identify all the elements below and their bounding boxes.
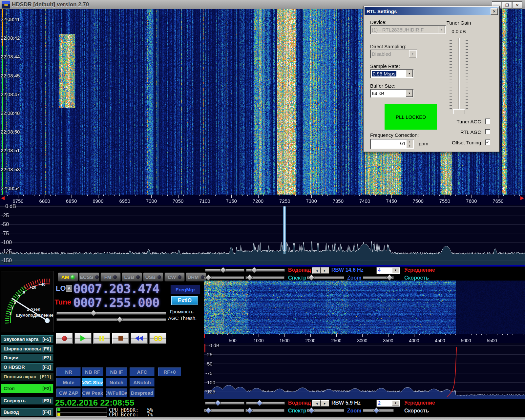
dsp-button-agc-slow[interactable]: AGC Slow <box>82 378 103 387</box>
s-meter-caption2: Шумоподавление <box>16 313 53 318</box>
play-button[interactable] <box>74 333 92 344</box>
lo-label: LO <box>56 284 66 293</box>
mode-button-cw[interactable]: CW <box>164 272 185 282</box>
dsp-button-cwfullbw[interactable]: CWFullBw <box>106 388 127 397</box>
dialog-close-icon[interactable]: ✕ <box>491 8 498 15</box>
spin-down-icon[interactable]: ▼ <box>406 144 413 148</box>
dsp-button-notch[interactable]: Notch <box>106 378 127 387</box>
mode-label: FM <box>104 274 112 280</box>
dropdown-arrow-icon[interactable]: ▼ <box>406 90 413 97</box>
lo-channel-tag[interactable]: A <box>66 285 72 292</box>
bottom-waterfall-contrast-track[interactable] <box>205 402 244 405</box>
ruler-right-arrow-icon[interactable] <box>520 196 524 200</box>
dropdown-arrow-icon[interactable]: ▼ <box>392 400 399 406</box>
mode-button-drm[interactable]: DRM <box>186 272 206 282</box>
agc-threshold-slider-track[interactable] <box>56 318 166 321</box>
menu-f7[interactable]: Опции[F7] <box>1 354 53 362</box>
volume-slider-thumb[interactable] <box>90 310 97 316</box>
aux-waterfall[interactable] <box>204 281 525 334</box>
bottom-waterfall-label: Водопад <box>288 400 311 406</box>
agc-threshold-slider-thumb[interactable] <box>116 316 123 323</box>
bottom-averaging-select[interactable]: 2▼ <box>376 400 400 407</box>
dialog-titlebar[interactable]: RTL Settings <box>365 7 498 15</box>
freqmgr-button[interactable]: FreqMgr <box>171 285 200 294</box>
bottom-waterfall-contrast-thumb[interactable] <box>215 400 221 406</box>
dsp-button-cw-peak[interactable]: CW Peak <box>82 388 103 397</box>
mode-label: LSB <box>124 274 134 280</box>
checkbox-offset-tuning[interactable]: ✓ <box>485 139 490 145</box>
menu-f1[interactable]: О HDSDR[F1] <box>1 363 53 371</box>
tune-frequency-display[interactable]: 0007.255.000 <box>73 295 159 310</box>
pause-button[interactable] <box>93 333 110 344</box>
dsp-button-nr[interactable]: NR <box>56 368 81 376</box>
mode-button-lsb[interactable]: LSB <box>122 272 142 282</box>
rewind-button[interactable] <box>131 333 148 344</box>
menu-hotkey: [F6] <box>42 346 51 351</box>
dsp-button-cw-zap[interactable]: CW ZAP <box>56 388 81 397</box>
aux-db-axis-label: -50 <box>205 361 213 367</box>
mode-button-ecss[interactable]: ECSS <box>79 272 99 282</box>
bottom-zoom-slider-thumb[interactable] <box>308 407 315 414</box>
dropdown-arrow-icon[interactable]: ▼ <box>392 267 399 273</box>
ruler-left-arrow-icon[interactable] <box>1 196 5 200</box>
top-waterfall-brightness-thumb[interactable] <box>251 267 258 273</box>
frequency-correction-value[interactable]: 61 <box>400 140 406 146</box>
mode-button-fm[interactable]: FM <box>100 272 121 282</box>
top-spectrum-brightness-thumb[interactable] <box>246 274 253 281</box>
menu-f4[interactable]: Выход[F4] <box>1 408 53 416</box>
mode-label: USB <box>145 274 156 280</box>
top-speed-slider-thumb[interactable] <box>386 274 393 281</box>
stop-button[interactable] <box>112 333 129 344</box>
menu-f5[interactable]: Звуковая карта[F5] <box>1 335 53 343</box>
dsp-button-nb-if[interactable]: NB IF <box>106 368 127 376</box>
mode-button-am[interactable]: AM <box>58 272 78 282</box>
checkbox-tuner-agc[interactable] <box>485 118 490 124</box>
tuner-gain-slider[interactable] <box>458 38 460 114</box>
dsp-button-despread[interactable]: Despread <box>130 388 155 397</box>
top-page-right-button[interactable]: ► <box>321 267 329 274</box>
sample-rate-select[interactable]: 0.96 Msps ▼ <box>370 69 413 78</box>
menu-f3[interactable]: Свернуть[F3] <box>1 397 53 405</box>
buffer-size-label: Buffer Size: <box>370 83 395 89</box>
top-averaging-select[interactable]: 4▼ <box>376 267 400 274</box>
dsp-button-rf-0[interactable]: RF+0 <box>158 368 181 376</box>
menu-f2[interactable]: Стоп[F2] <box>1 384 53 393</box>
close-button[interactable]: ✕ <box>512 1 522 9</box>
bottom-spectrum-brightness-thumb[interactable] <box>246 407 253 414</box>
freq-axis-label: 7150 <box>221 198 241 204</box>
top-waterfall-contrast-thumb[interactable] <box>220 267 226 273</box>
record-button[interactable] <box>56 333 73 344</box>
top-spectrum-contrast-thumb[interactable] <box>205 274 212 281</box>
waterfall-timestamp: 22:08:48 <box>1 110 20 116</box>
checkbox-rtl-agc[interactable] <box>485 129 490 134</box>
menu-f6[interactable]: Ширина полосы[F6] <box>1 345 53 353</box>
spin-up-icon[interactable]: ▲ <box>406 139 413 144</box>
bottom-spectrum-contrast-thumb[interactable] <box>205 407 212 414</box>
lo-frequency-display[interactable]: 0007.203.474 <box>73 282 159 296</box>
bottom-page-left-button[interactable]: ◄ <box>312 400 321 407</box>
buffer-size-select[interactable]: 64 kB ▼ <box>370 89 413 97</box>
bottom-waterfall-brightness-thumb[interactable] <box>256 400 263 406</box>
frequency-correction-input[interactable]: 61 ▲ ▼ <box>370 139 414 149</box>
tuner-gain-slider-thumb[interactable] <box>453 109 465 114</box>
aux-spectrum[interactable] <box>204 343 525 399</box>
volume-slider-track[interactable] <box>56 312 166 315</box>
dropdown-arrow-icon[interactable]: ▼ <box>406 70 413 77</box>
bottom-waterfall-brightness-track[interactable] <box>246 402 285 405</box>
dsp-button-nb-rf[interactable]: NB RF <box>82 368 103 376</box>
restore-button[interactable]: ❐ <box>502 1 512 9</box>
main-spectrum[interactable] <box>0 205 525 265</box>
dsp-button-mute[interactable]: Mute <box>56 378 81 387</box>
top-page-left-button[interactable]: ◄ <box>312 267 321 274</box>
dsp-button-anotch[interactable]: ANotch <box>130 378 155 387</box>
mode-button-usb[interactable]: USB <box>143 272 163 282</box>
bottom-page-right-button[interactable]: ► <box>321 400 329 407</box>
freq-axis-label: 7300 <box>302 198 321 204</box>
dsp-button-afc[interactable]: AFC <box>130 368 155 376</box>
menu-f11[interactable]: Полный экран[F11] <box>1 373 53 381</box>
top-zoom-slider-thumb[interactable] <box>308 274 315 281</box>
bottom-speed-slider-thumb[interactable] <box>373 407 380 414</box>
extio-button[interactable]: ExtIO <box>171 296 198 305</box>
loop-button[interactable] <box>149 333 166 344</box>
s-meter-caption: S-Узел <box>27 307 40 312</box>
